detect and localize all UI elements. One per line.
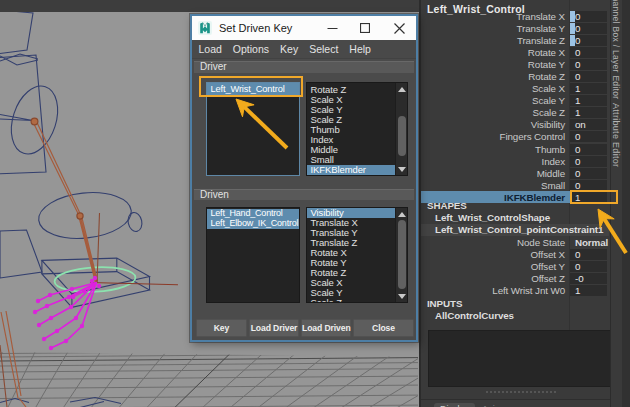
key-button[interactable]: Key [196, 319, 247, 337]
scrollbar-thumb[interactable] [398, 220, 406, 289]
sidebar-tab-strip: Channel Box / Layer Editor Attribute Edi… [610, 0, 622, 407]
tab-anim[interactable]: Anim [476, 403, 508, 407]
close-button[interactable] [384, 16, 414, 40]
attribute-label: Small [421, 180, 568, 191]
channelbox-attribute-row[interactable]: Index 0 [421, 155, 609, 167]
attribute-value-field[interactable]: 0 [570, 168, 607, 179]
menu-item[interactable]: Select [304, 43, 344, 55]
channelbox-row[interactable]: Offset X 0 [421, 248, 609, 260]
channelbox-attribute-row[interactable]: Rotate Y 0 [421, 58, 609, 70]
set-driven-key-dialog: Set Driven Key LoadOptionsKeySelectHelp … [190, 14, 418, 342]
channelbox-attribute-row[interactable]: Translate X 0 [421, 10, 609, 22]
row-label: SHAPES [421, 200, 609, 211]
dialog-menubar: LoadOptionsKeySelectHelp [192, 40, 416, 59]
scrollbar-thumb[interactable] [398, 116, 406, 156]
channelbox-attribute-row[interactable]: Small 0 [421, 179, 609, 191]
tab-channel-box-layer-editor[interactable]: Channel Box / Layer Editor [611, 0, 621, 99]
attribute-value-field[interactable]: 0 [570, 144, 607, 155]
attribute-value-field[interactable]: 0 [570, 11, 607, 22]
attribute-value-field[interactable]: 0 [570, 47, 607, 58]
driver-object-item[interactable]: Left_Wrist_Control [207, 83, 300, 96]
channelbox-attribute-row[interactable]: Thumb 0 [421, 143, 609, 155]
channel-box-panel: Left_Wrist_Control Translate X 0 Transla… [421, 0, 630, 407]
channelbox-row[interactable]: Offset Y 0 [421, 260, 609, 272]
driven-attribute-list[interactable]: VisibilityTranslate XTranslate YTranslat… [306, 207, 409, 303]
load-driven-button[interactable]: Load Driven [301, 319, 351, 337]
menu-item[interactable]: Key [275, 43, 304, 55]
row-value-field[interactable]: Normal [570, 237, 607, 248]
menu-item[interactable]: Options [227, 43, 274, 55]
attribute-value-field[interactable]: on [570, 119, 607, 130]
scroll-up-icon[interactable] [396, 83, 408, 95]
attribute-value-field[interactable]: 0 [570, 180, 607, 191]
panel-splitter-handle[interactable] [486, 391, 556, 393]
row-value-field[interactable]: -0 [570, 273, 607, 284]
channelbox-attribute-row[interactable]: Scale Z 1 [421, 107, 609, 119]
attribute-label: Visibility [421, 119, 568, 130]
channelbox-row[interactable]: INPUTS [421, 297, 609, 309]
maximize-button[interactable] [350, 16, 380, 40]
row-label: Node State [421, 237, 568, 248]
attribute-value-field[interactable]: 0 [570, 156, 607, 167]
attribute-value-field[interactable]: 0 [570, 35, 607, 46]
row-label: Left Wrist Jnt W0 [421, 285, 568, 296]
close-dialog-button[interactable]: Close [353, 319, 414, 337]
attribute-label: Fingers Control [421, 131, 568, 142]
channelbox-attribute-row[interactable]: Translate Z 0 [421, 34, 609, 46]
attribute-value-field[interactable]: 0 [570, 131, 607, 142]
scroll-down-icon[interactable] [396, 290, 408, 302]
driver-attr-scrollbar[interactable] [395, 83, 407, 175]
dialog-titlebar[interactable]: Set Driven Key [192, 16, 416, 40]
menu-item[interactable]: Help [344, 43, 377, 55]
channelbox-row[interactable]: Left_Wrist_ControlShape [421, 212, 609, 224]
channelbox-shapes-section: SHAPES Left_Wrist_ControlShape Left_Wris… [421, 200, 609, 322]
tab-display[interactable]: Display [434, 403, 475, 407]
channelbox-row[interactable]: Node State Normal [421, 236, 609, 248]
channelbox-row[interactable]: SHAPES [421, 200, 609, 212]
channelbox-attribute-row[interactable]: Fingers Control 0 [421, 131, 609, 143]
attribute-value-field[interactable]: 0 [570, 71, 607, 82]
window-right-edge [622, 0, 630, 407]
attribute-label: Index [421, 156, 568, 167]
channelbox-attribute-row[interactable]: Translate Y 0 [421, 22, 609, 34]
menu-item[interactable]: Load [193, 43, 227, 55]
row-value-field[interactable]: 1 [570, 285, 607, 296]
row-label: Offset Z [421, 273, 568, 284]
channelbox-row[interactable]: AllControlCurves [421, 309, 609, 321]
attribute-value-field[interactable]: 0 [570, 23, 607, 34]
channelbox-attribute-row[interactable]: Rotate X 0 [421, 46, 609, 58]
driven-object-item[interactable]: Left_Elbow_IK_Control [207, 219, 300, 229]
driver-attribute-item[interactable]: IKFKBlemder [307, 165, 408, 175]
scroll-down-icon[interactable] [396, 163, 408, 175]
attribute-label: Rotate Z [421, 71, 568, 82]
attribute-value-field[interactable]: 1 [570, 83, 607, 94]
driver-object-list[interactable]: Left_Wrist_Control [206, 82, 301, 176]
row-label: INPUTS [421, 298, 609, 309]
attribute-value-field[interactable]: 0 [570, 59, 607, 70]
driven-attr-scrollbar[interactable] [395, 208, 407, 302]
channelbox-attribute-row[interactable]: Scale Y 1 [421, 95, 609, 107]
channelbox-row[interactable]: Left_Wrist_Control_pointConstraint1 [421, 224, 609, 236]
scroll-up-icon[interactable] [396, 208, 408, 220]
minimize-button[interactable] [317, 16, 347, 40]
channelbox-attribute-row[interactable]: Rotate Z 0 [421, 70, 609, 82]
tab-attribute-editor[interactable]: Attribute Editor [611, 103, 621, 167]
attribute-value-field[interactable]: 1 [570, 107, 607, 118]
channelbox-empty-area [428, 330, 616, 387]
channelbox-attribute-row[interactable]: Scale X 1 [421, 83, 609, 95]
driven-object-list[interactable]: Left_Hand_ControlLeft_Elbow_IK_Control [206, 207, 301, 303]
viewport-toolbar [0, 0, 419, 12]
row-value-field[interactable]: 0 [570, 261, 607, 272]
channelbox-attribute-row[interactable]: Middle 0 [421, 167, 609, 179]
driver-section-header: Driver [194, 61, 414, 73]
driver-attribute-list[interactable]: Rotate ZScale XScale YScale ZThumbIndexM… [306, 82, 409, 176]
channelbox-attribute-row[interactable]: Visibility on [421, 119, 609, 131]
driven-attribute-item[interactable]: Scale Z [307, 298, 408, 303]
attribute-value-field[interactable]: 1 [570, 95, 607, 106]
row-value-field[interactable]: 0 [570, 249, 607, 260]
channelbox-row[interactable]: Left Wrist Jnt W0 1 [421, 285, 609, 297]
minimize-icon [327, 23, 338, 34]
load-driver-button[interactable]: Load Driver [249, 319, 299, 337]
channelbox-row[interactable]: Offset Z -0 [421, 273, 609, 285]
attribute-label: Scale Y [421, 95, 568, 106]
